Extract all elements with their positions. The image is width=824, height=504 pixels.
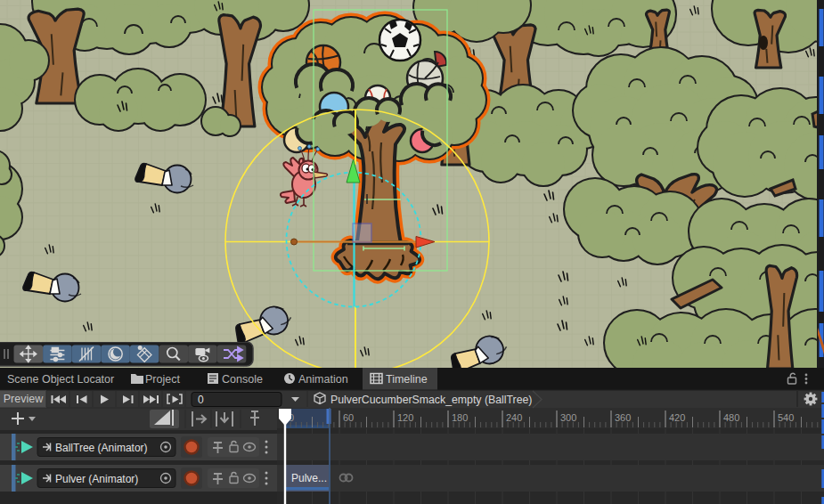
svg-text:Pulver (Animator): Pulver (Animator) — [55, 473, 138, 485]
svg-text:Animation: Animation — [298, 373, 348, 386]
svg-text:60: 60 — [343, 412, 354, 423]
svg-text:420: 420 — [669, 412, 685, 423]
svg-text:300: 300 — [560, 412, 576, 423]
svg-text:240: 240 — [506, 412, 522, 423]
svg-text:540: 540 — [778, 412, 794, 423]
svg-text:0: 0 — [198, 394, 204, 406]
svg-text:120: 120 — [397, 412, 413, 423]
svg-text:180: 180 — [452, 412, 468, 423]
svg-text:360: 360 — [615, 412, 631, 423]
svg-text:BallTree (Animator): BallTree (Animator) — [55, 442, 148, 454]
svg-text:Timeline: Timeline — [386, 373, 428, 386]
svg-text:Console: Console — [222, 373, 263, 386]
svg-text:Project: Project — [145, 373, 180, 386]
svg-text:480: 480 — [723, 412, 739, 423]
svg-text:PulverCucumberSmack_empty (Bal: PulverCucumberSmack_empty (BallTree) — [330, 394, 532, 406]
svg-text:Scene Object Locator: Scene Object Locator — [7, 373, 114, 386]
svg-text:Preview: Preview — [4, 393, 44, 405]
svg-text:Pulve...: Pulve... — [291, 472, 327, 484]
